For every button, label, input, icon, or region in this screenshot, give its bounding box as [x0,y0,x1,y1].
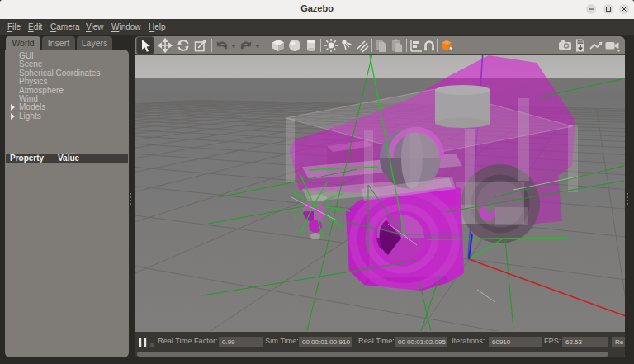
svg-text:LOG: LOG [577,40,584,44]
